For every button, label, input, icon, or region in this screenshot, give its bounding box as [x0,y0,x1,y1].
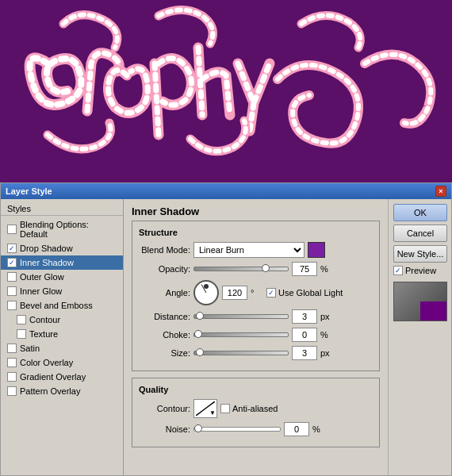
anti-aliased-checkbox[interactable] [220,404,230,413]
quality-label: Quality [139,385,373,394]
layer-item[interactable]: Outer Glow [1,270,123,284]
opacity-slider[interactable] [193,267,289,271]
quality-section: Quality Contour: ▼ Anti-aliased [132,378,380,447]
layer-item[interactable]: Inner Glow [1,284,123,298]
angle-row: Angle: ° ✓ Use Global Light [139,280,373,305]
blend-mode-select[interactable]: Linear Burn [193,242,305,258]
layer-item-checkbox[interactable]: ✓ [7,244,17,253]
dialog-titlebar: Layer Style × [1,183,451,199]
choke-label: Choke: [139,330,190,340]
layer-item[interactable]: Texture [1,327,123,341]
layer-item-label: Drop Shadow [20,244,73,253]
choke-unit: % [320,330,333,340]
layer-item-checkbox[interactable] [7,301,17,310]
distance-input[interactable] [292,309,317,324]
choke-row: Choke: % [139,328,373,342]
layer-item-label: Outer Glow [20,272,64,282]
layer-item[interactable]: Color Overlay [1,355,123,370]
middle-panel: Inner Shadow Structure Blend Mode: Linea… [124,199,388,475]
size-input[interactable] [292,346,317,360]
opacity-label: Opacity: [139,264,190,274]
contour-row: Contour: ▼ Anti-aliased [139,399,373,418]
layer-item[interactable]: Bevel and Emboss [1,298,123,313]
opacity-unit: % [320,264,333,274]
layer-item-label: Blending Options: Default [20,220,117,239]
noise-input[interactable] [284,422,309,436]
layer-item-label: Bevel and Emboss [20,301,93,310]
layer-item-checkbox[interactable]: ✓ [7,258,17,267]
distance-unit: px [320,312,333,321]
choke-slider[interactable] [193,332,289,337]
layer-item-checkbox[interactable] [7,225,17,234]
layer-item-label: Inner Shadow [20,258,74,267]
cancel-button[interactable]: Cancel [393,225,447,242]
layer-item-label: Contour [29,315,60,324]
angle-unit: ° [251,288,263,298]
new-style-button[interactable]: New Style... [393,245,447,263]
layer-item-label: Texture [29,329,58,339]
noise-label: Noise: [139,424,190,434]
right-panel: OK Cancel New Style... ✓ Preview [388,199,451,475]
left-panel: Styles Blending Options: Default✓Drop Sh… [1,199,124,475]
noise-unit: % [312,424,325,434]
size-slider[interactable] [193,351,289,355]
canvas-preview [0,0,452,182]
use-global-light-checkbox[interactable]: ✓ [266,288,276,298]
noise-row: Noise: % [139,422,373,436]
layer-item[interactable]: ✓Inner Shadow [1,255,123,270]
layer-item-label: Gradient Overlay [20,372,86,382]
color-swatch[interactable] [308,242,325,258]
layer-item[interactable]: Contour [1,313,123,327]
preview-label: ✓ Preview [393,266,446,275]
size-row: Size: px [139,346,373,360]
layer-item-label: Pattern Overlay [20,386,80,396]
style-thumbnail [393,282,447,321]
size-unit: px [320,348,333,358]
angle-label: Angle: [139,288,190,298]
noise-slider[interactable] [193,427,281,432]
preview-checkbox[interactable]: ✓ [393,266,403,275]
contour-preview[interactable]: ▼ [193,399,217,418]
structure-section: Structure Blend Mode: Linear Burn Opacit… [132,221,380,371]
distance-slider[interactable] [193,314,289,319]
dialog-title: Layer Style [6,186,52,196]
layer-item-checkbox[interactable] [17,315,26,324]
layer-item-label: Inner Glow [20,286,62,296]
size-label: Size: [139,348,190,358]
layer-style-dialog: Layer Style × Styles Blending Options: D… [0,182,452,476]
blend-mode-label: Blend Mode: [139,245,190,255]
layer-item-checkbox[interactable] [7,372,17,382]
layer-item[interactable]: Satin [1,341,123,355]
ok-button[interactable]: OK [393,204,447,221]
layer-item-checkbox[interactable] [7,358,17,367]
angle-knob[interactable] [193,280,219,305]
layer-item-checkbox[interactable] [7,344,17,353]
structure-label: Structure [139,228,373,237]
layer-item-checkbox[interactable] [7,386,17,396]
layer-item[interactable]: Blending Options: Default [1,217,123,241]
choke-input[interactable] [292,328,317,342]
close-button[interactable]: × [435,186,446,197]
distance-label: Distance: [139,312,190,321]
styles-header[interactable]: Styles [1,202,123,216]
angle-input[interactable] [222,286,247,300]
opacity-input[interactable] [292,262,317,276]
section-title: Inner Shadow [132,205,380,217]
layer-item[interactable]: Pattern Overlay [1,384,123,398]
opacity-row: Opacity: % [139,262,373,276]
layer-item-checkbox[interactable] [7,272,17,282]
layer-item-label: Color Overlay [20,358,73,367]
use-global-light-label[interactable]: ✓ Use Global Light [266,288,343,298]
layer-item-label: Satin [20,344,40,353]
contour-label: Contour: [139,404,190,413]
layer-item-checkbox[interactable] [17,329,26,339]
layer-item[interactable]: ✓Drop Shadow [1,241,123,255]
layer-item[interactable]: Gradient Overlay [1,370,123,384]
layer-item-checkbox[interactable] [7,286,17,296]
blend-mode-row: Blend Mode: Linear Burn [139,242,373,258]
anti-aliased-label[interactable]: Anti-aliased [220,404,278,413]
dialog-body: Styles Blending Options: Default✓Drop Sh… [1,199,451,475]
distance-row: Distance: px [139,309,373,324]
